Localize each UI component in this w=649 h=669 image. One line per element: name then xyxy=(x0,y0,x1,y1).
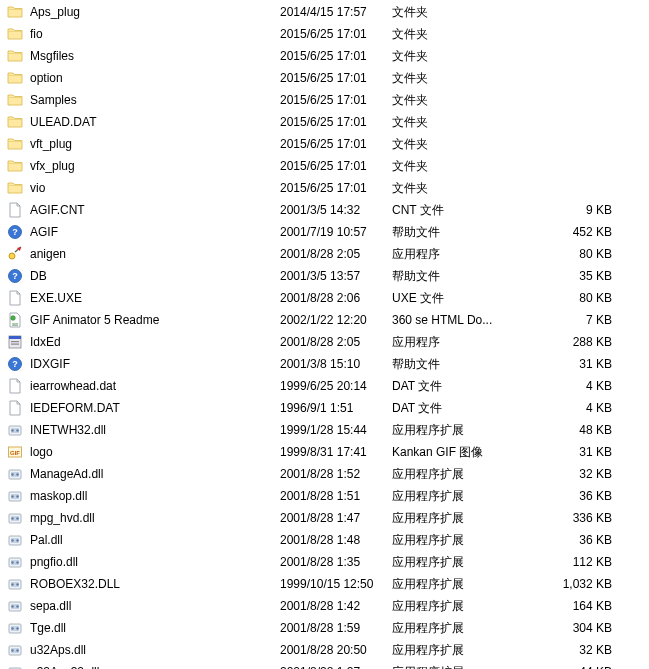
file-row[interactable]: IEDEFORM.DAT1996/9/1 1:51DAT 文件4 KB xyxy=(0,397,649,419)
file-date: 1999/8/31 17:41 xyxy=(280,445,392,459)
file-type: 应用程序 xyxy=(392,334,510,351)
file-name: Pal.dll xyxy=(30,533,280,547)
file-date: 2001/8/28 1:47 xyxy=(280,511,392,525)
folder-icon xyxy=(6,26,24,42)
file-row[interactable]: GIF Animator 5 Readme2002/1/22 12:20360 … xyxy=(0,309,649,331)
file-row[interactable]: vfx_plug2015/6/25 17:01文件夹 xyxy=(0,155,649,177)
file-row[interactable]: Pal.dll2001/8/28 1:48应用程序扩展36 KB xyxy=(0,529,649,551)
file-name: maskop.dll xyxy=(30,489,280,503)
file-type: 帮助文件 xyxy=(392,224,510,241)
file-row[interactable]: maskop.dll2001/8/28 1:51应用程序扩展36 KB xyxy=(0,485,649,507)
file-row[interactable]: logo1999/8/31 17:41Kankan GIF 图像31 KB xyxy=(0,441,649,463)
file-type: 应用程序 xyxy=(392,246,510,263)
file-name: AGIF.CNT xyxy=(30,203,280,217)
file-type: UXE 文件 xyxy=(392,290,510,307)
app-idx-icon xyxy=(6,334,24,350)
file-name: AGIF xyxy=(30,225,280,239)
file-type: CNT 文件 xyxy=(392,202,510,219)
file-row[interactable]: fio2015/6/25 17:01文件夹 xyxy=(0,23,649,45)
file-type: 帮助文件 xyxy=(392,356,510,373)
file-date: 2001/8/28 1:27 xyxy=(280,665,392,669)
file-date: 1999/1/28 15:44 xyxy=(280,423,392,437)
file-row[interactable]: mpg_hvd.dll2001/8/28 1:47应用程序扩展336 KB xyxy=(0,507,649,529)
file-row[interactable]: Aps_plug2014/4/15 17:57文件夹 xyxy=(0,1,649,23)
file-date: 2001/7/19 10:57 xyxy=(280,225,392,239)
file-row[interactable]: sepa.dll2001/8/28 1:42应用程序扩展164 KB xyxy=(0,595,649,617)
file-row[interactable]: ROBOEX32.DLL1999/10/15 12:50应用程序扩展1,032 … xyxy=(0,573,649,595)
file-size: 4 KB xyxy=(510,401,620,415)
file-row[interactable]: Msgfiles2015/6/25 17:01文件夹 xyxy=(0,45,649,67)
file-type: 文件夹 xyxy=(392,70,510,87)
file-row[interactable]: u32Aps.dll2001/8/28 20:50应用程序扩展32 KB xyxy=(0,639,649,661)
file-row[interactable]: EXE.UXE2001/8/28 2:06UXE 文件80 KB xyxy=(0,287,649,309)
file-type: 应用程序扩展 xyxy=(392,422,510,439)
file-name: Msgfiles xyxy=(30,49,280,63)
file-icon xyxy=(6,290,24,306)
file-row[interactable]: vio2015/6/25 17:01文件夹 xyxy=(0,177,649,199)
dll-icon xyxy=(6,576,24,592)
file-date: 2001/3/8 15:10 xyxy=(280,357,392,371)
file-type: 应用程序扩展 xyxy=(392,554,510,571)
file-size: 4 KB xyxy=(510,379,620,393)
file-type: 文件夹 xyxy=(392,4,510,21)
file-name: Aps_plug xyxy=(30,5,280,19)
file-row[interactable]: anigen2001/8/28 2:05应用程序80 KB xyxy=(0,243,649,265)
file-row[interactable]: Samples2015/6/25 17:01文件夹 xyxy=(0,89,649,111)
file-type: DAT 文件 xyxy=(392,378,510,395)
file-type: 应用程序扩展 xyxy=(392,620,510,637)
file-row[interactable]: ULEAD.DAT2015/6/25 17:01文件夹 xyxy=(0,111,649,133)
file-row[interactable]: IDXGIF2001/3/8 15:10帮助文件31 KB xyxy=(0,353,649,375)
file-date: 2015/6/25 17:01 xyxy=(280,93,392,107)
file-size: 452 KB xyxy=(510,225,620,239)
file-row[interactable]: DB2001/3/5 13:57帮助文件35 KB xyxy=(0,265,649,287)
file-name: pngfio.dll xyxy=(30,555,280,569)
file-row[interactable]: vft_plug2015/6/25 17:01文件夹 xyxy=(0,133,649,155)
file-size: 32 KB xyxy=(510,643,620,657)
file-row[interactable]: pngfio.dll2001/8/28 1:35应用程序扩展112 KB xyxy=(0,551,649,573)
file-size: 112 KB xyxy=(510,555,620,569)
file-row[interactable]: ManageAd.dll2001/8/28 1:52应用程序扩展32 KB xyxy=(0,463,649,485)
dll-icon xyxy=(6,532,24,548)
file-row[interactable]: INETWH32.dll1999/1/28 15:44应用程序扩展48 KB xyxy=(0,419,649,441)
file-type: 文件夹 xyxy=(392,158,510,175)
file-size: 336 KB xyxy=(510,511,620,525)
file-name: mpg_hvd.dll xyxy=(30,511,280,525)
file-row[interactable]: IdxEd2001/8/28 2:05应用程序288 KB xyxy=(0,331,649,353)
file-date: 2001/8/28 1:48 xyxy=(280,533,392,547)
file-date: 1999/6/25 20:14 xyxy=(280,379,392,393)
file-row[interactable]: u32Aps32.dll2001/8/28 1:27应用程序扩展44 KB xyxy=(0,661,649,669)
file-name: logo xyxy=(30,445,280,459)
file-date: 2015/6/25 17:01 xyxy=(280,49,392,63)
file-date: 2001/8/28 1:42 xyxy=(280,599,392,613)
file-date: 2001/8/28 1:51 xyxy=(280,489,392,503)
file-type: 文件夹 xyxy=(392,136,510,153)
file-type: 文件夹 xyxy=(392,48,510,65)
file-row[interactable]: Tge.dll2001/8/28 1:59应用程序扩展304 KB xyxy=(0,617,649,639)
file-row[interactable]: iearrowhead.dat1999/6/25 20:14DAT 文件4 KB xyxy=(0,375,649,397)
dll-icon xyxy=(6,642,24,658)
file-type: 文件夹 xyxy=(392,114,510,131)
file-name: IDXGIF xyxy=(30,357,280,371)
file-name: EXE.UXE xyxy=(30,291,280,305)
folder-icon xyxy=(6,158,24,174)
file-type: 文件夹 xyxy=(392,180,510,197)
file-name: vio xyxy=(30,181,280,195)
file-row[interactable]: option2015/6/25 17:01文件夹 xyxy=(0,67,649,89)
help-icon xyxy=(6,356,24,372)
html-icon xyxy=(6,312,24,328)
file-row[interactable]: AGIF2001/7/19 10:57帮助文件452 KB xyxy=(0,221,649,243)
file-icon xyxy=(6,378,24,394)
folder-icon xyxy=(6,48,24,64)
folder-icon xyxy=(6,92,24,108)
file-size: 304 KB xyxy=(510,621,620,635)
file-name: anigen xyxy=(30,247,280,261)
file-row[interactable]: AGIF.CNT2001/3/5 14:32CNT 文件9 KB xyxy=(0,199,649,221)
file-date: 2015/6/25 17:01 xyxy=(280,159,392,173)
file-name: fio xyxy=(30,27,280,41)
file-name: sepa.dll xyxy=(30,599,280,613)
file-date: 2014/4/15 17:57 xyxy=(280,5,392,19)
folder-icon xyxy=(6,4,24,20)
dll-icon xyxy=(6,554,24,570)
file-size: 36 KB xyxy=(510,533,620,547)
file-size: 31 KB xyxy=(510,445,620,459)
